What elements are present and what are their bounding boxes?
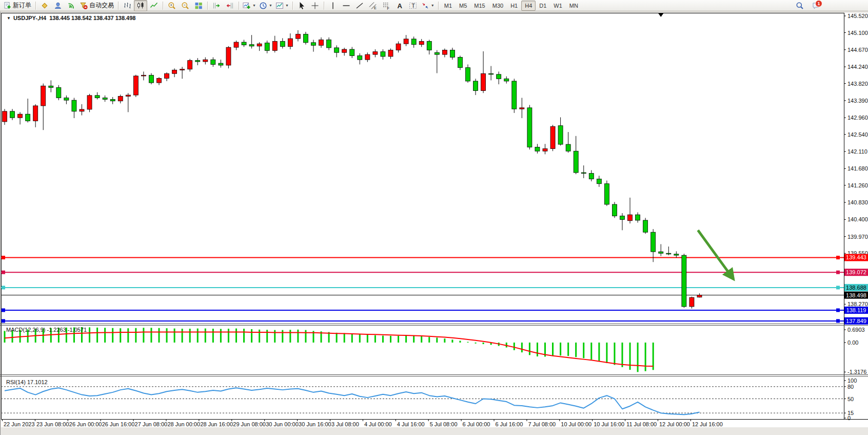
price-tick-label: 140.400 <box>847 216 868 222</box>
dropdown-caret-icon[interactable]: ▼ <box>285 4 289 7</box>
text-button[interactable]: A <box>393 0 406 11</box>
cursor-icon <box>298 2 306 10</box>
horizontal-line-button[interactable] <box>340 0 353 11</box>
candle-body <box>659 252 663 253</box>
candle-body <box>350 49 354 55</box>
search-icon <box>796 2 804 10</box>
toolbar-separator <box>292 2 293 10</box>
candle-body <box>64 98 69 100</box>
date-label: 10 Jul 16:00 <box>594 421 624 427</box>
zoom-in-button[interactable] <box>165 0 179 11</box>
candle-body <box>195 61 200 62</box>
candle-body <box>242 42 246 45</box>
timeframe-button-mn[interactable]: MN <box>566 1 582 11</box>
fibonacci-button[interactable]: F <box>380 0 393 11</box>
line-handle[interactable] <box>2 256 5 259</box>
timeframe-button-m30[interactable]: M30 <box>489 1 507 11</box>
new-order-button[interactable]: 新订单 <box>2 0 33 11</box>
ohlc-values: 138.445 138.542 138.437 138.498 <box>49 15 135 21</box>
search-button[interactable] <box>793 0 806 11</box>
candle-body <box>56 87 61 98</box>
autoscroll-icon <box>212 2 221 10</box>
timeframe-button-w1[interactable]: W1 <box>550 1 566 11</box>
candle-body <box>520 108 524 109</box>
chart-title: ▼USDJPY-,H4 138.445 138.542 138.437 138.… <box>7 15 135 21</box>
templates-button[interactable]: ▼ <box>274 0 290 11</box>
date-label: 26 Jun 16:00 <box>102 421 135 427</box>
price-tick-label: 144.670 <box>847 47 868 53</box>
collapse-icon[interactable]: ▼ <box>7 16 11 21</box>
timeframe-button-m5[interactable]: M5 <box>456 1 470 11</box>
cursor-button[interactable] <box>295 0 308 11</box>
candle-body <box>450 50 455 58</box>
candle-body <box>597 179 601 183</box>
line-handle[interactable] <box>836 319 840 323</box>
fibo-icon: F <box>382 2 390 10</box>
line-handle[interactable] <box>836 271 840 274</box>
dropdown-caret-icon[interactable]: ▼ <box>431 4 435 7</box>
candle-body <box>95 96 100 98</box>
timeframe-button-h4[interactable]: H4 <box>521 1 536 11</box>
bar-chart-button[interactable] <box>121 0 134 11</box>
auto-scroll-button[interactable] <box>210 0 223 11</box>
line-handle[interactable] <box>2 308 5 312</box>
candle-body <box>419 42 424 45</box>
timeframe-button-h1[interactable]: H1 <box>507 1 521 11</box>
vertical-line-button[interactable] <box>326 0 340 11</box>
line-handle[interactable] <box>836 308 840 312</box>
price-level-label: 138.498 <box>846 292 866 298</box>
candle-body <box>172 70 177 73</box>
line-chart-button[interactable] <box>147 0 161 11</box>
line-handle[interactable] <box>836 286 840 289</box>
candle-body <box>49 86 53 87</box>
line-handle[interactable] <box>2 271 5 274</box>
candle-body <box>334 48 339 52</box>
candle-body <box>249 45 254 46</box>
text-a-icon: A <box>396 2 404 10</box>
symbol-period-label: USDJPY-,H4 <box>13 15 46 21</box>
chart-shift-button[interactable] <box>223 0 236 11</box>
line-handle[interactable] <box>2 319 5 323</box>
macd-axis-label: 0.00 <box>847 339 858 346</box>
timeframe-button-m15[interactable]: M15 <box>470 1 488 11</box>
crosshair-button[interactable] <box>308 0 322 11</box>
autotrading-button[interactable]: 自动交易 <box>78 0 116 11</box>
toolbar-group: 自动交易 <box>38 0 116 11</box>
date-label: 30 Jun 00:00 <box>266 421 299 427</box>
candle-body <box>319 40 324 45</box>
candle-body <box>342 49 347 52</box>
tile-windows-button[interactable] <box>192 0 205 11</box>
zoom-out-button[interactable] <box>179 0 192 11</box>
text-label-button[interactable]: T <box>406 0 420 11</box>
dropdown-caret-icon[interactable]: ▼ <box>252 4 256 7</box>
timeframe-button-m1[interactable]: M1 <box>441 1 456 11</box>
candle-body <box>411 39 416 45</box>
indicators-button[interactable]: ▼ <box>241 0 258 11</box>
timeframe-button-d1[interactable]: D1 <box>536 1 550 11</box>
chat-button[interactable]: 1 <box>810 0 823 11</box>
price-tick-label: 145.520 <box>847 13 868 19</box>
dropdown-caret-icon[interactable]: ▼ <box>269 4 272 7</box>
chart-canvas[interactable]: 145.520145.100144.670144.240143.820143.3… <box>0 0 868 435</box>
line-handle[interactable] <box>836 256 840 259</box>
depth-of-market-button[interactable] <box>38 0 51 11</box>
candle-body <box>636 215 640 220</box>
indicator-plus-icon <box>243 2 251 10</box>
candle-body <box>18 114 23 118</box>
rsi-axis-label: 50 <box>847 396 854 402</box>
candlestick-chart-button[interactable] <box>134 0 147 11</box>
signals-button[interactable] <box>65 0 78 11</box>
trendline-button[interactable] <box>353 0 366 11</box>
equidistant-channel-button[interactable]: E <box>366 0 380 11</box>
date-label: 4 Jul 16:00 <box>397 421 425 427</box>
svg-text:A: A <box>397 2 402 10</box>
svg-text:E: E <box>374 6 377 10</box>
arrows-button[interactable]: ▼ <box>420 0 436 11</box>
candle-body <box>234 42 239 47</box>
person-icon <box>54 2 62 10</box>
candle-body <box>504 79 509 81</box>
period-button[interactable]: ▼ <box>258 0 274 11</box>
market-watch-button[interactable] <box>51 0 65 11</box>
line-handle[interactable] <box>2 286 5 289</box>
toolbar-group <box>165 0 205 11</box>
